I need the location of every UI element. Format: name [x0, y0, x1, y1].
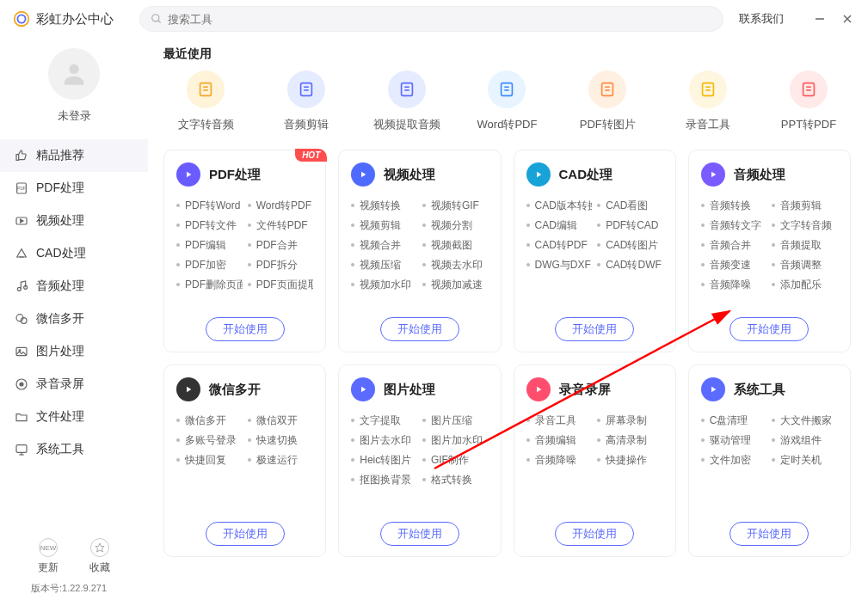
- feature-link[interactable]: 音频变速: [701, 258, 767, 272]
- start-button[interactable]: 开始使用: [555, 522, 634, 546]
- recent-item[interactable]: PPT转PDF: [770, 70, 847, 132]
- sidebar-item-image[interactable]: 图片处理: [0, 335, 148, 368]
- feature-link[interactable]: 音频降噪: [526, 453, 593, 468]
- feature-link[interactable]: PDF合并: [248, 238, 314, 253]
- feature-link[interactable]: DWG与DXF: [526, 258, 593, 272]
- feature-link[interactable]: 录音工具: [526, 413, 593, 428]
- feature-link[interactable]: 驱动管理: [701, 433, 767, 448]
- feature-link[interactable]: 高清录制: [597, 433, 663, 448]
- start-button[interactable]: 开始使用: [729, 317, 809, 341]
- start-button[interactable]: 开始使用: [380, 522, 459, 546]
- feature-link[interactable]: 视频去水印: [422, 258, 489, 272]
- feature-link[interactable]: 音频合并: [701, 238, 767, 253]
- feature-link[interactable]: 文件加密: [701, 453, 767, 468]
- feature-link[interactable]: Word转PDF: [248, 199, 314, 213]
- sidebar-item-system[interactable]: 系统工具: [0, 433, 148, 466]
- feature-link[interactable]: 图片压缩: [422, 413, 489, 428]
- feature-link[interactable]: 视频加水印: [351, 278, 417, 292]
- feature-link[interactable]: CAD转图片: [597, 238, 663, 253]
- feature-link[interactable]: 视频合并: [351, 238, 417, 253]
- start-button[interactable]: 开始使用: [555, 317, 634, 341]
- feature-link[interactable]: PDF拆分: [248, 258, 314, 272]
- feature-link[interactable]: 音频转文字: [701, 218, 767, 233]
- feature-link[interactable]: 图片去水印: [351, 433, 417, 448]
- feature-link[interactable]: 视频转换: [351, 199, 417, 213]
- feature-link[interactable]: PDF转CAD: [597, 218, 663, 233]
- feature-link[interactable]: PDF加密: [176, 258, 243, 272]
- feature-link[interactable]: 文件转PDF: [248, 218, 314, 233]
- feature-link[interactable]: 大文件搬家: [772, 413, 838, 428]
- feature-link[interactable]: 微信多开: [176, 413, 243, 428]
- feature-link[interactable]: 视频分割: [422, 218, 489, 233]
- sidebar-item-cad[interactable]: CAD处理: [0, 237, 148, 270]
- recent-item[interactable]: PDF转图片: [569, 70, 646, 132]
- feature-link[interactable]: 音频剪辑: [772, 199, 838, 213]
- feature-link[interactable]: 视频转GIF: [422, 199, 489, 213]
- feature-link[interactable]: CAD编辑: [526, 218, 593, 233]
- feature-link[interactable]: PDF删除页面: [176, 278, 243, 292]
- recent-item[interactable]: 视频提取音频: [368, 70, 446, 132]
- feature-link[interactable]: PDF页面提取: [248, 278, 314, 292]
- close-button[interactable]: [839, 10, 856, 28]
- sidebar-item-thumb[interactable]: 精品推荐: [0, 139, 148, 172]
- feature-link[interactable]: PDF转Word: [176, 199, 243, 213]
- feature-link[interactable]: 音频转换: [701, 199, 767, 213]
- start-button[interactable]: 开始使用: [206, 522, 285, 546]
- feature-link[interactable]: PDF转文件: [176, 218, 243, 233]
- recent-item[interactable]: 录音工具: [669, 70, 747, 132]
- feature-link[interactable]: 文字提取: [351, 413, 417, 428]
- feature-link[interactable]: 添加配乐: [772, 278, 838, 292]
- recent-item[interactable]: 音频剪辑: [268, 70, 345, 132]
- feature-link[interactable]: CAD转PDF: [526, 238, 593, 253]
- sidebar-item-label: 系统工具: [36, 442, 84, 457]
- feature-link[interactable]: 图片加水印: [422, 433, 489, 448]
- search-input[interactable]: [168, 13, 712, 26]
- update-button[interactable]: NEW 更新: [38, 538, 58, 575]
- card-title: 视频处理: [384, 167, 435, 183]
- feature-link[interactable]: 微信双开: [248, 413, 314, 428]
- feature-link[interactable]: 音频编辑: [526, 433, 593, 448]
- feature-link[interactable]: 游戏组件: [772, 433, 838, 448]
- feature-link[interactable]: 屏幕录制: [597, 413, 663, 428]
- recent-item[interactable]: Word转PDF: [468, 70, 545, 132]
- feature-link[interactable]: 视频剪辑: [351, 218, 417, 233]
- feature-link[interactable]: CAD转DWF: [597, 258, 663, 272]
- feature-link[interactable]: 快捷操作: [597, 453, 663, 468]
- feature-link[interactable]: 极速运行: [248, 453, 314, 468]
- feature-link[interactable]: 格式转换: [422, 473, 489, 487]
- feature-link[interactable]: 音频提取: [772, 238, 838, 253]
- feature-link[interactable]: 定时关机: [772, 453, 838, 468]
- feature-link[interactable]: 音频降噪: [701, 278, 767, 292]
- feature-link[interactable]: 视频压缩: [351, 258, 417, 272]
- feature-link[interactable]: PDF编辑: [176, 238, 243, 253]
- sidebar-item-pdf[interactable]: PDFPDF处理: [0, 172, 148, 205]
- contact-link[interactable]: 联系我们: [739, 11, 784, 27]
- sidebar-item-record[interactable]: 录音录屏: [0, 368, 148, 401]
- sidebar-item-wechat[interactable]: 微信多开: [0, 303, 148, 335]
- feature-link[interactable]: 音频调整: [772, 258, 838, 272]
- minimize-button[interactable]: [811, 10, 828, 28]
- feature-link[interactable]: 快捷回复: [176, 453, 243, 468]
- sidebar-item-audio[interactable]: 音频处理: [0, 270, 148, 303]
- feature-link[interactable]: 多账号登录: [176, 433, 243, 448]
- feature-link[interactable]: CAD看图: [597, 199, 663, 213]
- start-button[interactable]: 开始使用: [729, 522, 809, 546]
- user-panel[interactable]: 未登录: [0, 38, 148, 139]
- sidebar-item-folder[interactable]: 文件处理: [0, 401, 148, 433]
- feature-link[interactable]: C盘清理: [701, 413, 767, 428]
- feature-link[interactable]: CAD版本转换: [526, 199, 593, 213]
- feature-link[interactable]: 快速切换: [248, 433, 314, 448]
- start-button[interactable]: 开始使用: [380, 317, 459, 341]
- search-box[interactable]: [139, 6, 723, 32]
- favorite-button[interactable]: 收藏: [89, 538, 110, 575]
- feature-link[interactable]: 视频加减速: [422, 278, 489, 292]
- recent-icon: [187, 70, 225, 108]
- recent-item[interactable]: 文字转音频: [167, 70, 244, 132]
- feature-link[interactable]: GIF制作: [422, 453, 489, 468]
- sidebar-item-video[interactable]: 视频处理: [0, 205, 148, 237]
- feature-link[interactable]: 抠图换背景: [351, 473, 417, 487]
- start-button[interactable]: 开始使用: [206, 317, 285, 341]
- feature-link[interactable]: Heic转图片: [351, 453, 417, 468]
- feature-link[interactable]: 视频截图: [422, 238, 489, 253]
- feature-link[interactable]: 文字转音频: [772, 218, 838, 233]
